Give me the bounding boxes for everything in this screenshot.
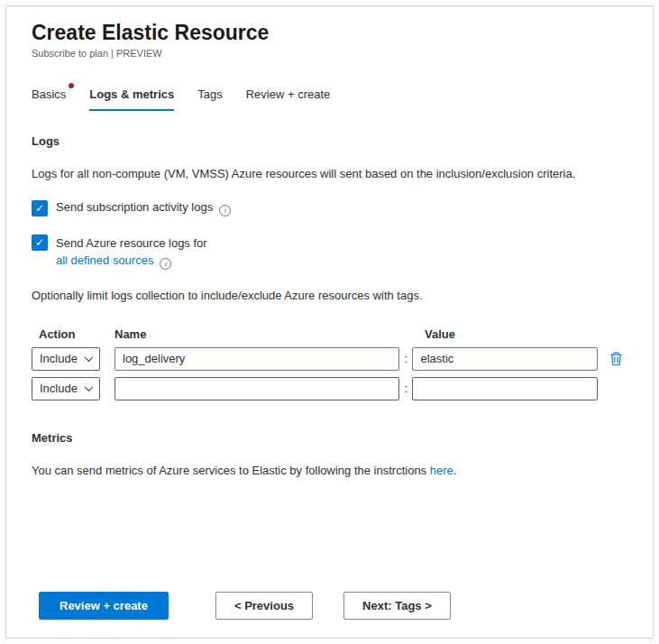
activity-logs-label: Send subscription activity logsi bbox=[56, 200, 231, 216]
tag-name-input[interactable] bbox=[114, 377, 399, 400]
check-icon: ✓ bbox=[35, 202, 44, 215]
tab-tags[interactable]: Tags bbox=[197, 87, 222, 111]
name-value-separator: : bbox=[399, 382, 412, 395]
action-select-value: Include bbox=[40, 382, 78, 395]
tab-logs-metrics[interactable]: Logs & metrics bbox=[89, 87, 174, 111]
action-select-value: Include bbox=[40, 352, 78, 365]
next-tags-button[interactable]: Next: Tags > bbox=[343, 592, 451, 620]
resource-logs-label-block: Send Azure resource logs for all defined… bbox=[56, 235, 207, 271]
tags-hint-text: Optionally limit logs collection to incl… bbox=[32, 288, 627, 304]
tab-review-create[interactable]: Review + create bbox=[246, 87, 331, 111]
tag-filter-table: Action Name Value Include : bbox=[32, 327, 627, 400]
tag-value-input[interactable] bbox=[412, 377, 598, 400]
tag-name-input[interactable] bbox=[114, 347, 399, 371]
logs-section-heading: Logs bbox=[32, 134, 627, 148]
activity-logs-checkbox[interactable]: ✓ bbox=[32, 200, 48, 216]
tab-review-create-label: Review + create bbox=[246, 87, 331, 101]
tab-bar: Basics Logs & metrics Tags Review + crea… bbox=[32, 87, 627, 111]
info-icon[interactable]: i bbox=[219, 205, 231, 216]
tab-basics[interactable]: Basics bbox=[32, 87, 66, 111]
resource-logs-row: ✓ Send Azure resource logs for all defin… bbox=[32, 235, 627, 271]
activity-logs-row: ✓ Send subscription activity logsi bbox=[32, 200, 627, 216]
column-header-name: Name bbox=[114, 327, 412, 341]
column-header-action: Action bbox=[32, 327, 100, 341]
chevron-down-icon bbox=[85, 382, 94, 391]
logs-description: Logs for all non-compute (VM, VMSS) Azur… bbox=[32, 166, 627, 182]
metrics-text-end: . bbox=[453, 464, 457, 477]
all-defined-sources-link[interactable]: all defined sources bbox=[56, 253, 153, 267]
tab-basics-label: Basics bbox=[32, 87, 66, 101]
tab-logs-metrics-label: Logs & metrics bbox=[89, 87, 174, 101]
tag-table-header: Action Name Value bbox=[32, 327, 627, 341]
metrics-text: You can send metrics of Azure services t… bbox=[32, 464, 430, 477]
tag-value-input[interactable] bbox=[412, 347, 598, 371]
metrics-here-link[interactable]: here bbox=[430, 464, 453, 477]
table-row: Include : bbox=[32, 347, 627, 371]
metrics-description: You can send metrics of Azure services t… bbox=[32, 463, 627, 479]
page-title: Create Elastic Resource bbox=[32, 21, 627, 45]
action-select[interactable]: Include bbox=[32, 347, 100, 371]
validation-error-dot bbox=[69, 83, 74, 88]
wizard-footer: Review + create < Previous Next: Tags > bbox=[39, 592, 451, 620]
action-select[interactable]: Include bbox=[32, 377, 100, 400]
trash-icon bbox=[609, 351, 624, 366]
metrics-section-heading: Metrics bbox=[32, 431, 627, 445]
column-header-value: Value bbox=[425, 327, 618, 341]
create-elastic-resource-page: Create Elastic Resource Subscribe to pla… bbox=[5, 5, 654, 639]
check-icon: ✓ bbox=[35, 236, 44, 249]
page-subtitle: Subscribe to plan | PREVIEW bbox=[32, 48, 627, 59]
chevron-down-icon bbox=[85, 353, 94, 362]
resource-logs-checkbox[interactable]: ✓ bbox=[32, 235, 48, 251]
resource-logs-label: Send Azure resource logs for bbox=[56, 236, 207, 250]
previous-button[interactable]: < Previous bbox=[215, 592, 313, 620]
delete-row-button[interactable] bbox=[604, 347, 627, 371]
table-row: Include : bbox=[32, 377, 627, 400]
review-create-button[interactable]: Review + create bbox=[39, 592, 169, 620]
info-icon[interactable]: i bbox=[160, 258, 171, 270]
name-value-separator: : bbox=[399, 352, 412, 365]
tab-tags-label: Tags bbox=[197, 87, 222, 101]
